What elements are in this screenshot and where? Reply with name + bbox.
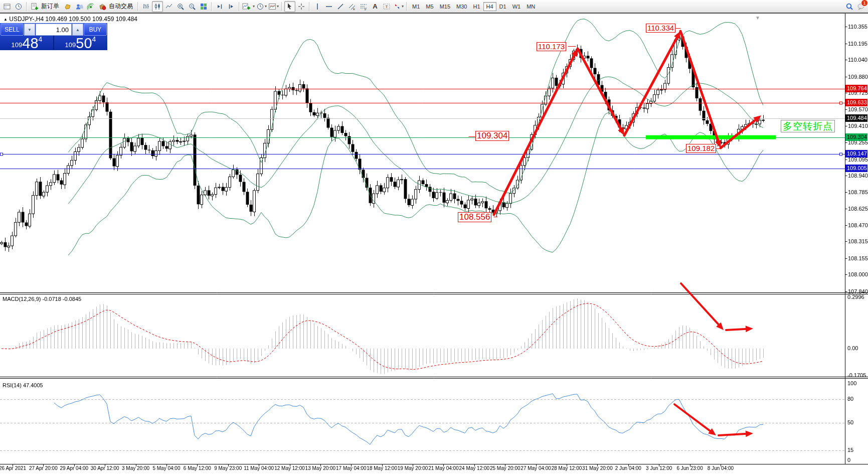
sell-price-pips: 48 [22, 37, 38, 50]
indicators-icon[interactable]: ▾ [242, 1, 255, 12]
timeframe-m1[interactable]: M1 [409, 2, 423, 11]
time-axis-label: 11 May 04:00 [244, 465, 274, 471]
svg-text:E: E [353, 8, 355, 11]
svg-text:T: T [386, 5, 388, 9]
time-axis-label: 30 Apr 12:00 [91, 465, 119, 471]
zoom-out-icon[interactable] [187, 1, 198, 12]
price-axis-badge: 109.005 [845, 165, 867, 172]
channel-icon[interactable]: E [346, 1, 358, 12]
macd-label: MACD(12,26,9) -0.0718 -0.0845 [3, 296, 81, 302]
new-order-icon[interactable] [29, 1, 40, 12]
auto-scroll-icon[interactable] [214, 1, 225, 12]
trendline-icon[interactable] [335, 1, 346, 12]
sell-price-figure: 109 [12, 40, 23, 50]
sell-price[interactable]: 109 48 4 [1, 36, 53, 50]
price-annotation-box[interactable]: 110.334 [646, 24, 675, 33]
zoom-in-icon[interactable] [175, 1, 186, 12]
price-annotation-box[interactable]: 110.173 [537, 42, 566, 51]
price-axis-tick: 109.880 [848, 73, 868, 80]
symbol-quote-line: ▲ USDJPY-,H4 109.469 109.500 109.459 109… [4, 16, 137, 23]
volume-increase-button[interactable]: ▲ [72, 24, 83, 36]
price-axis-tick: 109.410 [848, 122, 868, 129]
timeframe-h4[interactable]: H4 [483, 2, 496, 11]
timeframe-w1[interactable]: W1 [509, 2, 524, 11]
time-axis-label: 2 Jun 04:00 [615, 465, 641, 471]
text-icon[interactable]: A [370, 1, 381, 12]
price-axis-tick: 110.195 [848, 40, 867, 47]
time-axis-label: 21 May 04:00 [428, 465, 459, 471]
metaeditor-icon[interactable] [62, 1, 73, 12]
buy-price-pips: 50 [76, 37, 92, 50]
toolbar-separator [239, 2, 240, 11]
buy-button[interactable]: BUY [84, 24, 107, 36]
timeframe-d1[interactable]: D1 [496, 2, 509, 11]
turning-point-label[interactable]: 多空转折点 [781, 120, 835, 132]
toolbar-separator [406, 2, 407, 11]
community-icon[interactable] [74, 1, 85, 12]
new-order-button[interactable]: 新订单 [41, 2, 59, 11]
timeframe-m15[interactable]: M15 [437, 2, 453, 11]
time-axis-label: 9 May 23:00 [214, 465, 242, 471]
cursor-icon[interactable] [284, 1, 295, 12]
price-axis-tick: 109.570 [848, 106, 868, 113]
timeframe-h1[interactable]: H1 [470, 2, 483, 11]
time-axis-label: 31 May 20:00 [582, 465, 613, 471]
price-axis-badge: 109.764 [845, 85, 867, 92]
time-axis-label: 18 May 12:00 [367, 465, 397, 471]
signals-icon[interactable] [85, 1, 96, 12]
volume-decrease-button[interactable]: ▼ [24, 24, 35, 36]
timeframe-m5[interactable]: M5 [423, 2, 436, 11]
toolbar-separator [26, 2, 27, 11]
price-axis-badge: 109.304 [845, 133, 867, 141]
chart-window-icon[interactable] [2, 1, 13, 12]
timeframe-m30[interactable]: M30 [453, 2, 470, 11]
price-annotation-box[interactable]: 109.182 [686, 144, 716, 153]
price-axis-tick: 108.470 [848, 222, 868, 229]
price-annotation-box[interactable]: 109.304 [475, 131, 509, 141]
time-axis-label: 19 May 20:00 [398, 465, 428, 471]
candlestick-chart-icon[interactable] [152, 1, 163, 12]
main-toolbar: 新订单 自动交易 ▾ ▾ ▾ E F A T ▾ M1M5M15M30H1H4D… [0, 0, 868, 14]
symbol-quotes: 109.469 109.500 109.459 109.484 [46, 16, 138, 23]
arrows-icon[interactable]: ▾ [393, 1, 404, 12]
text-label-icon[interactable]: T [381, 1, 392, 12]
autotrade-icon[interactable] [97, 1, 108, 12]
price-annotation-box[interactable]: 108.556 [458, 212, 491, 222]
timeframe-mn[interactable]: MN [524, 2, 538, 11]
collapse-triangle-icon[interactable]: ▲ [4, 17, 8, 22]
volume-input[interactable]: 1.00 [36, 24, 72, 36]
time-axis-label: 12 May 12:00 [274, 465, 305, 471]
horizontal-line-icon[interactable] [323, 1, 334, 12]
templates-icon[interactable]: ▾ [268, 1, 279, 12]
price-axis-badge: 109.484 [845, 114, 867, 122]
vertical-line-icon[interactable] [312, 1, 323, 12]
sell-button[interactable]: SELL [1, 24, 24, 36]
toolbar-separator [137, 2, 138, 11]
notifications-icon[interactable]: 1 [855, 1, 866, 12]
rsi-axis-value: 50 [847, 419, 853, 425]
time-axis-label: 25 May 20:00 [490, 465, 520, 471]
price-axis-tick: 108.155 [848, 255, 868, 262]
buy-price-figure: 109 [65, 40, 76, 50]
line-chart-icon[interactable] [163, 1, 175, 12]
notification-badge: 1 [861, 0, 868, 7]
bar-chart-icon[interactable] [140, 1, 151, 12]
tile-windows-icon[interactable] [198, 1, 209, 12]
timeframe-group: M1M5M15M30H1H4D1W1MN [409, 2, 538, 11]
macd-axis-value: -0.1705 [847, 372, 866, 378]
periods-icon[interactable]: ▾ [256, 1, 267, 12]
chart-shift-icon[interactable] [226, 1, 237, 12]
price-axis-tick: 108.000 [848, 271, 868, 278]
price-axis-tick: 108.785 [848, 189, 868, 196]
market-watch-icon[interactable] [13, 1, 24, 12]
price-axis-tick: 108.625 [848, 205, 868, 212]
search-icon[interactable] [844, 1, 855, 12]
time-axis-label: 29 Apr 04:00 [60, 465, 88, 471]
crosshair-icon[interactable] [296, 1, 307, 12]
toolbar-separator [309, 2, 310, 11]
price-chart-canvas[interactable] [0, 14, 868, 475]
fibonacci-icon[interactable]: F [358, 1, 369, 12]
buy-price[interactable]: 109 50 4 [54, 36, 107, 50]
autotrade-button[interactable]: 自动交易 [109, 2, 133, 11]
time-axis-label: 6 Jun 23:00 [676, 465, 703, 471]
